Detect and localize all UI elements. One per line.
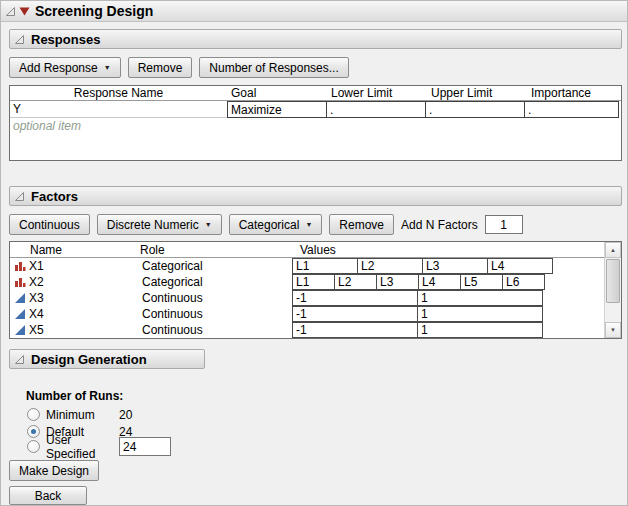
screening-design-header[interactable]: Screening Design	[1, 1, 628, 22]
factors-section-title: Factors	[31, 189, 78, 204]
factors-section-header[interactable]: Factors	[9, 186, 622, 206]
responses-table-header: Response Name Goal Lower Limit Upper Lim…	[10, 86, 621, 101]
factor-values: -1 1	[292, 322, 543, 338]
factor-value-cell[interactable]: L4	[418, 274, 461, 290]
factor-role-cell[interactable]: Continuous	[110, 307, 292, 321]
factor-name-cell[interactable]: X4	[10, 307, 110, 321]
radio-user-specified-label[interactable]: User Specified	[46, 433, 119, 461]
number-of-runs-label: Number of Runs:	[26, 389, 123, 403]
factor-value-cell[interactable]: 1	[417, 306, 543, 322]
scroll-down-button[interactable]: ▼	[605, 322, 621, 338]
factor-values: L1 L2 L3 L4 L5 L6	[292, 274, 545, 290]
factor-value-cell[interactable]: L1	[292, 274, 335, 290]
factor-value-cell[interactable]: L2	[334, 274, 377, 290]
dropdown-arrow-icon: ▼	[104, 64, 111, 71]
runs-option-user-specified[interactable]: User Specified	[27, 439, 171, 454]
categorical-factor-icon	[14, 276, 26, 288]
radio-minimum[interactable]	[27, 408, 40, 421]
factors-table: Name Role Values X1 Categorical L1 L2 L3…	[9, 241, 622, 339]
remove-factor-button[interactable]: Remove	[329, 214, 394, 235]
response-lower-limit-cell[interactable]: .	[326, 101, 426, 118]
factor-value-cell[interactable]: 1	[417, 290, 543, 306]
runs-option-minimum[interactable]: Minimum 20	[27, 407, 132, 422]
factor-role-cell[interactable]: Categorical	[110, 275, 292, 289]
response-importance-cell[interactable]: .	[524, 101, 619, 118]
factor-name-cell[interactable]: X2	[10, 275, 110, 289]
add-response-button[interactable]: Add Response ▼	[9, 57, 121, 78]
radio-default[interactable]	[27, 425, 40, 438]
disclosure-triangle-icon[interactable]	[14, 34, 25, 45]
factor-row: X2 Categorical L1 L2 L3 L4 L5 L6	[10, 274, 621, 290]
page-title: Screening Design	[35, 3, 153, 19]
column-header-importance: Importance	[527, 86, 621, 100]
number-of-responses-button[interactable]: Number of Responses...	[199, 57, 348, 78]
factor-value-cell[interactable]: L5	[460, 274, 503, 290]
radio-minimum-label[interactable]: Minimum	[46, 408, 119, 422]
factor-value-cell[interactable]: L4	[487, 258, 553, 274]
factor-value-cell[interactable]: L3	[376, 274, 419, 290]
design-generation-section-title: Design Generation	[31, 352, 147, 367]
continuous-button[interactable]: Continuous	[9, 214, 90, 235]
remove-response-button[interactable]: Remove	[128, 57, 193, 78]
factor-row: X3 Continuous -1 1	[10, 290, 621, 306]
back-button[interactable]: Back	[9, 486, 87, 505]
column-header-upper-limit: Upper Limit	[427, 86, 527, 100]
optional-item-placeholder[interactable]: optional item	[10, 118, 621, 134]
factor-value-cell[interactable]: -1	[292, 290, 418, 306]
disclosure-triangle-icon[interactable]	[14, 354, 25, 365]
dropdown-arrow-icon: ▼	[305, 221, 312, 228]
factor-value-cell[interactable]: -1	[292, 306, 418, 322]
response-name-cell[interactable]: Y	[10, 101, 227, 118]
discrete-numeric-button[interactable]: Discrete Numeric ▼	[97, 214, 222, 235]
response-upper-limit-cell[interactable]: .	[425, 101, 525, 118]
continuous-factor-icon	[14, 324, 26, 336]
factor-row: X5 Continuous -1 1	[10, 322, 621, 338]
response-goal-cell[interactable]: Maximize	[227, 101, 327, 118]
column-header-goal: Goal	[227, 86, 327, 100]
responses-table: Response Name Goal Lower Limit Upper Lim…	[9, 85, 622, 161]
factor-role-cell[interactable]: Categorical	[110, 259, 292, 273]
red-triangle-menu-icon[interactable]	[19, 7, 30, 16]
categorical-button[interactable]: Categorical ▼	[229, 214, 323, 235]
column-header-values: Values	[292, 243, 336, 257]
scrollbar-thumb[interactable]	[606, 259, 620, 303]
factor-values: L1 L2 L3 L4	[292, 258, 553, 274]
factors-table-header: Name Role Values	[10, 242, 621, 258]
continuous-factor-icon	[14, 308, 26, 320]
factor-value-cell[interactable]: L3	[422, 258, 488, 274]
column-header-role: Role	[110, 243, 292, 257]
factor-name-cell[interactable]: X5	[10, 323, 110, 337]
design-generation-section-header[interactable]: Design Generation	[9, 349, 205, 369]
factor-role-cell[interactable]: Continuous	[110, 323, 292, 337]
factor-role-cell[interactable]: Continuous	[110, 291, 292, 305]
factor-value-cell[interactable]: L6	[502, 274, 545, 290]
factor-value-cell[interactable]: 1	[417, 322, 543, 338]
minimum-runs-value: 20	[119, 408, 132, 422]
add-n-factors-label: Add N Factors	[401, 218, 478, 232]
disclosure-triangle-icon[interactable]	[14, 191, 25, 202]
scroll-up-button[interactable]: ▲	[605, 242, 621, 258]
screening-design-window: Screening Design Responses Add Response …	[0, 0, 628, 506]
factor-value-cell[interactable]: L2	[357, 258, 423, 274]
column-header-name: Name	[10, 243, 110, 257]
factor-values: -1 1	[292, 306, 543, 322]
column-header-response-name: Response Name	[10, 86, 227, 100]
factors-scrollbar[interactable]: ▲ ▼	[604, 242, 621, 338]
add-n-factors-input[interactable]	[485, 215, 523, 234]
categorical-factor-icon	[14, 260, 26, 272]
make-design-button[interactable]: Make Design	[9, 460, 99, 481]
factor-value-cell[interactable]: -1	[292, 322, 418, 338]
disclosure-triangle-icon[interactable]	[5, 6, 16, 17]
factor-row: X1 Categorical L1 L2 L3 L4	[10, 258, 621, 274]
radio-user-specified[interactable]	[27, 440, 40, 453]
responses-section-title: Responses	[31, 32, 100, 47]
column-header-lower-limit: Lower Limit	[327, 86, 427, 100]
factor-values: -1 1	[292, 290, 543, 306]
continuous-factor-icon	[14, 292, 26, 304]
factor-name-cell[interactable]: X1	[10, 259, 110, 273]
response-row: Y Maximize . . .	[10, 101, 621, 118]
factor-name-cell[interactable]: X3	[10, 291, 110, 305]
user-specified-runs-input[interactable]	[119, 437, 171, 456]
responses-section-header[interactable]: Responses	[9, 29, 622, 49]
factor-value-cell[interactable]: L1	[292, 258, 358, 274]
